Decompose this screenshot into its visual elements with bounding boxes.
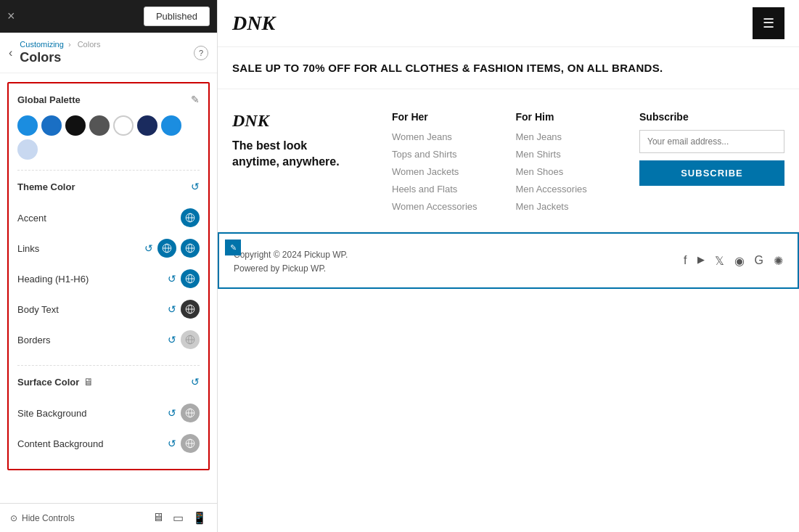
heading-actions: ↺ [168, 269, 200, 288]
swatch-5[interactable] [113, 115, 134, 136]
content-background-row: Content Background ↺ [17, 428, 200, 459]
tablet-icon[interactable]: ▭ [173, 511, 184, 525]
site-background-actions: ↺ [168, 404, 200, 422]
breadcrumb-current: Colors [78, 40, 101, 49]
content-background-label: Content Background [17, 438, 104, 449]
body-text-reset-icon[interactable]: ↺ [168, 303, 176, 315]
facebook-icon[interactable]: f [684, 254, 687, 268]
youtube-icon[interactable]: ▶ [697, 254, 705, 268]
breadcrumb-area: Customizing › Colors Colors [20, 40, 194, 65]
women-jackets-link[interactable]: Women Jackets [392, 166, 459, 177]
main-content: DNK ☰ SALE UP TO 70% OFF FOR ALL CLOTHES… [218, 0, 799, 532]
links-row: Links ↺ [17, 233, 200, 263]
content-bg-reset-icon[interactable]: ↺ [168, 438, 176, 449]
page-title: Colors [20, 50, 194, 65]
hide-controls-button[interactable]: ⊙ Hide Controls [10, 513, 75, 523]
global-palette-label: Global Palette [17, 94, 81, 105]
copyright-line1: Copyright © 2024 Pickup WP. [234, 250, 348, 260]
swatch-1[interactable] [17, 115, 38, 136]
links-globe-icon[interactable] [157, 239, 176, 258]
swatch-4[interactable] [89, 115, 110, 136]
footer-for-him-col: For Him Men Jeans Men Shirts Men Shoes M… [516, 111, 626, 217]
men-shirts-link[interactable]: Men Shirts [516, 149, 561, 160]
surface-color-label: Surface Color [17, 377, 79, 388]
footer-logo-col: DNK The best look anytime, anywhere. [232, 111, 377, 217]
borders-globe-icon[interactable] [181, 330, 200, 349]
email-input[interactable] [639, 130, 784, 153]
men-shoes-link[interactable]: Men Shoes [516, 166, 564, 177]
device-icons: 🖥 ▭ 📱 [152, 511, 207, 525]
sale-text: SALE UP TO 70% OFF FOR ALL CLOTHES & FAS… [232, 62, 784, 74]
list-item: Men Shirts [516, 147, 626, 160]
heels-flats-link[interactable]: Heels and Flats [392, 184, 457, 195]
back-arrow-icon[interactable]: ‹ [9, 46, 12, 60]
edit-bar-icon[interactable]: ✎ [225, 240, 241, 255]
edit-pencil-icon[interactable]: ✎ [191, 94, 200, 105]
heading-reset-icon[interactable]: ↺ [168, 273, 176, 285]
body-text-label: Body Text [17, 304, 59, 315]
body-text-globe-icon[interactable] [181, 300, 200, 319]
theme-color-reset-icon[interactable]: ↺ [191, 181, 200, 192]
women-jeans-link[interactable]: Women Jeans [392, 131, 452, 142]
footer-tagline: The best look anytime, anywhere. [232, 138, 377, 171]
color-swatches [17, 115, 200, 160]
site-header: DNK ☰ [218, 0, 799, 47]
theme-color-header: Theme Color ↺ [17, 181, 200, 192]
list-item: Women Jeans [392, 130, 501, 143]
site-bg-globe-icon[interactable] [181, 404, 200, 422]
accent-globe-icon[interactable] [181, 208, 200, 227]
women-accessories-link[interactable]: Women Accessories [392, 201, 478, 212]
men-accessories-link[interactable]: Men Accessories [516, 184, 587, 195]
list-item: Women Accessories [392, 200, 501, 213]
swatch-7[interactable] [161, 115, 181, 136]
sidebar-topbar: × Published [0, 0, 217, 33]
instagram-icon[interactable]: ◉ [734, 254, 745, 268]
help-icon[interactable]: ? [194, 46, 208, 60]
desktop-icon[interactable]: 🖥 [152, 511, 164, 525]
yelp-icon[interactable]: ✺ [774, 254, 783, 268]
list-item: Men Accessories [516, 182, 626, 195]
eye-icon: ⊙ [10, 513, 17, 523]
published-button[interactable]: Published [144, 7, 210, 26]
body-text-actions: ↺ [168, 300, 200, 319]
google-icon[interactable]: G [755, 254, 763, 268]
swatch-3[interactable] [65, 115, 86, 136]
swatch-6[interactable] [137, 115, 157, 136]
copyright-line2: Powered by Pickup WP. [234, 263, 326, 274]
surface-color-reset-icon[interactable]: ↺ [191, 376, 200, 388]
breadcrumb: Customizing › Colors [20, 40, 194, 49]
sidebar-footer: ⊙ Hide Controls 🖥 ▭ 📱 [0, 503, 217, 532]
list-item: Tops and Shirts [392, 147, 501, 160]
men-jeans-link[interactable]: Men Jeans [516, 131, 562, 142]
for-him-list: Men Jeans Men Shirts Men Shoes Men Acces… [516, 130, 626, 213]
accent-actions: ↺ [168, 208, 200, 227]
twitter-icon[interactable]: 𝕏 [715, 254, 724, 268]
borders-row: Borders ↺ [17, 324, 200, 355]
close-button[interactable]: × [7, 9, 15, 24]
men-jackets-link[interactable]: Men Jackets [516, 201, 569, 212]
links-reset-icon[interactable]: ↺ [144, 242, 153, 254]
subscribe-button[interactable]: SUBSCRIBE [639, 160, 784, 186]
accent-label: Accent [17, 213, 46, 224]
borders-label: Borders [17, 335, 51, 345]
breadcrumb-parent-link[interactable]: Customizing [20, 40, 64, 49]
swatch-8[interactable] [17, 139, 38, 160]
heading-globe-icon[interactable] [181, 269, 200, 288]
surface-color-header: Surface Color 🖥 ↺ [17, 376, 200, 388]
for-him-title: For Him [516, 111, 626, 123]
links-globe2-icon[interactable] [181, 239, 200, 258]
body-text-row: Body Text ↺ [17, 294, 200, 324]
swatch-2[interactable] [41, 115, 62, 136]
tops-shirts-link[interactable]: Tops and Shirts [392, 149, 457, 160]
hamburger-button[interactable]: ☰ [753, 7, 784, 39]
list-item: Men Shoes [516, 165, 626, 178]
borders-reset-icon[interactable]: ↺ [168, 334, 176, 345]
site-background-label: Site Background [17, 408, 86, 419]
content-bg-globe-icon[interactable] [181, 434, 200, 453]
theme-color-label: Theme Color [17, 181, 75, 192]
divider-1 [17, 170, 200, 171]
mobile-icon[interactable]: 📱 [192, 511, 207, 525]
heading-label: Heading (H1-H6) [17, 274, 89, 285]
site-bg-reset-icon[interactable]: ↺ [168, 407, 176, 419]
site-background-row: Site Background ↺ [17, 398, 200, 428]
